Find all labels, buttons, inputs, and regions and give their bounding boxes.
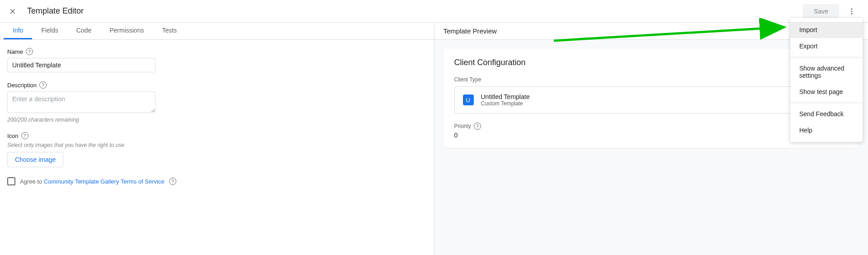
menu-item-import[interactable]: Import xyxy=(790,22,863,38)
left-panel: Info Fields Code Permissions Tests Name … xyxy=(0,23,434,255)
more-menu-dropdown: Import Export Show advanced settings Sho… xyxy=(790,18,863,142)
help-icon[interactable]: ? xyxy=(474,123,481,130)
more-menu-icon[interactable] xyxy=(843,2,861,20)
page-title: Template Editor xyxy=(27,6,84,16)
name-label-text: Name xyxy=(7,48,23,55)
description-hint: 200/200 characters remaining xyxy=(7,117,427,123)
tab-code[interactable]: Code xyxy=(67,23,100,39)
icon-label-text: Icon xyxy=(7,132,19,139)
tab-permissions[interactable]: Permissions xyxy=(100,23,153,39)
description-label-text: Description xyxy=(7,82,37,89)
icon-hint: Select only images that you have the rig… xyxy=(7,142,427,148)
client-name: Untitled Template xyxy=(481,93,530,100)
priority-value: 0 xyxy=(454,132,849,139)
close-icon[interactable] xyxy=(7,6,18,17)
tab-info[interactable]: Info xyxy=(4,23,32,39)
terms-link[interactable]: Community Template Gallery Terms of Serv… xyxy=(44,178,165,185)
save-button[interactable]: Save xyxy=(803,4,839,19)
agree-prefix: Agree to xyxy=(20,178,44,185)
form-area: Name ? Description ? 200/200 characters … xyxy=(0,40,434,194)
agree-text: Agree to Community Template Gallery Term… xyxy=(20,178,165,185)
description-input[interactable] xyxy=(7,91,156,113)
agree-row: Agree to Community Template Gallery Term… xyxy=(7,177,427,185)
client-icon: U xyxy=(463,94,474,105)
help-icon[interactable]: ? xyxy=(39,81,47,89)
agree-checkbox[interactable] xyxy=(7,177,15,185)
choose-image-button[interactable]: Choose image xyxy=(7,152,63,167)
help-icon[interactable]: ? xyxy=(21,132,28,139)
card-title: Client Configuration xyxy=(454,58,849,67)
menu-item-help[interactable]: Help xyxy=(790,122,863,138)
client-box: U Untitled Template Custom Template xyxy=(454,86,849,113)
menu-item-send-feedback[interactable]: Send Feedback xyxy=(790,106,863,122)
description-label: Description ? xyxy=(7,81,427,89)
tab-fields[interactable]: Fields xyxy=(32,23,67,39)
menu-divider xyxy=(790,103,863,103)
help-icon[interactable]: ? xyxy=(26,48,33,55)
menu-item-show-test-page[interactable]: Show test page xyxy=(790,84,863,100)
client-sub: Custom Template xyxy=(481,100,530,107)
client-type-label: Client Type xyxy=(454,76,849,83)
help-icon[interactable]: ? xyxy=(169,178,176,185)
tab-tests[interactable]: Tests xyxy=(153,23,186,39)
priority-label-text: Priority xyxy=(454,123,471,129)
icon-label: Icon ? xyxy=(7,132,427,139)
name-input[interactable] xyxy=(7,58,156,72)
tabs: Info Fields Code Permissions Tests xyxy=(0,23,434,40)
priority-label: Priority ? xyxy=(454,123,849,130)
body: Info Fields Code Permissions Tests Name … xyxy=(0,23,868,255)
svg-point-1 xyxy=(851,10,853,12)
menu-item-show-advanced[interactable]: Show advanced settings xyxy=(790,60,863,84)
app-header: Template Editor Save xyxy=(0,0,868,23)
name-label: Name ? xyxy=(7,48,427,55)
svg-point-2 xyxy=(851,13,853,14)
menu-divider xyxy=(790,57,863,57)
svg-point-0 xyxy=(851,8,853,9)
menu-item-export[interactable]: Export xyxy=(790,38,863,54)
